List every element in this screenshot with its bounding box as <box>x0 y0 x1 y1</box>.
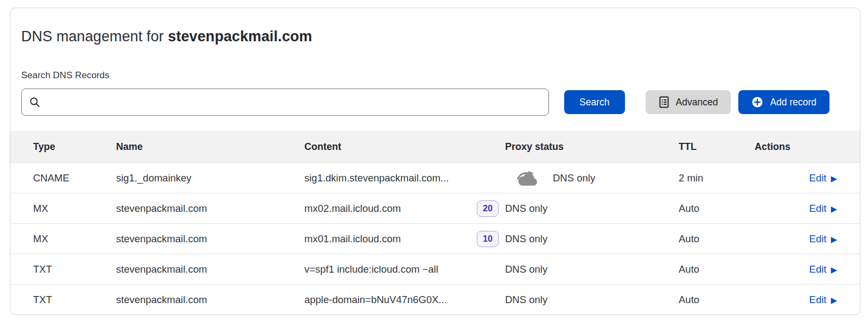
record-type: TXT <box>33 294 116 306</box>
table-body: CNAME sig1._domainkey sig1.dkim.stevenpa… <box>10 162 860 315</box>
record-ttl: Auto <box>679 263 755 275</box>
proxy-status: DNS only <box>505 203 547 215</box>
record-actions: Edit▶ <box>755 203 837 215</box>
search-label: Search DNS Records <box>21 70 849 82</box>
record-content-text: v=spf1 include:icloud.com ~all <box>304 263 438 275</box>
edit-arrow-icon: ▶ <box>831 235 837 243</box>
record-content: mx02.mail.icloud.com 20 <box>304 200 505 217</box>
edit-link[interactable]: Edit▶ <box>809 172 837 184</box>
header-type: Type <box>33 141 116 153</box>
proxy-status-cell: DNS only <box>505 203 679 215</box>
dns-management-card: DNS management for stevenpackmail.com Se… <box>10 8 860 315</box>
header-proxy-status: Proxy status <box>505 141 679 153</box>
edit-link[interactable]: Edit▶ <box>809 263 837 275</box>
table-row: TXT stevenpackmail.com v=spf1 include:ic… <box>10 254 860 284</box>
list-document-icon <box>659 96 669 108</box>
record-name: sig1._domainkey <box>116 172 304 184</box>
record-content-text: apple-domain=bNuV47n6G0X... <box>304 294 447 306</box>
edit-arrow-icon: ▶ <box>831 266 837 274</box>
add-record-button-label: Add record <box>770 97 816 108</box>
dns-records-table: Type Name Content Proxy status TTL Actio… <box>10 131 860 315</box>
search-button[interactable]: Search <box>564 90 624 114</box>
toolbar: Search Advanced <box>21 89 829 116</box>
record-name: stevenpackmail.com <box>116 294 304 306</box>
edit-label: Edit <box>809 172 827 184</box>
edit-link[interactable]: Edit▶ <box>809 203 837 215</box>
page-title: DNS management for stevenpackmail.com <box>10 8 860 46</box>
edit-label: Edit <box>809 203 827 215</box>
advanced-button-label: Advanced <box>676 97 718 108</box>
page-title-domain: stevenpackmail.com <box>168 28 312 45</box>
edit-link[interactable]: Edit▶ <box>809 233 837 245</box>
header-actions: Actions <box>755 141 837 153</box>
proxy-status-cell: DNS only <box>505 233 679 245</box>
record-content: apple-domain=bNuV47n6G0X... <box>304 294 505 306</box>
mx-priority-badge: 10 <box>477 231 499 247</box>
plus-circle-icon <box>751 96 763 108</box>
mx-priority-badge: 20 <box>477 200 499 217</box>
record-ttl: 2 min <box>679 172 755 184</box>
record-content-text: mx02.mail.icloud.com <box>304 203 401 215</box>
header-ttl: TTL <box>679 141 755 153</box>
edit-label: Edit <box>809 233 827 245</box>
record-name: stevenpackmail.com <box>116 203 304 215</box>
proxy-status: DNS only <box>505 294 547 306</box>
proxy-status: DNS only <box>505 233 547 245</box>
table-row: CNAME sig1._domainkey sig1.dkim.stevenpa… <box>10 162 860 193</box>
record-actions: Edit▶ <box>755 263 837 275</box>
edit-arrow-icon: ▶ <box>831 205 837 213</box>
dns-only-cloud-icon <box>515 169 541 187</box>
record-ttl: Auto <box>679 294 755 306</box>
search-input[interactable] <box>46 89 541 115</box>
proxy-status: DNS only <box>553 172 595 184</box>
record-content-text: sig1.dkim.stevenpackmail.com... <box>304 172 449 184</box>
record-actions: Edit▶ <box>755 233 837 245</box>
record-ttl: Auto <box>679 203 755 215</box>
edit-label: Edit <box>809 294 827 306</box>
record-ttl: Auto <box>679 233 755 245</box>
record-name: stevenpackmail.com <box>116 233 304 245</box>
header-content: Content <box>304 141 505 153</box>
advanced-button[interactable]: Advanced <box>646 90 731 114</box>
edit-arrow-icon: ▶ <box>831 174 837 183</box>
add-record-button[interactable]: Add record <box>738 90 829 114</box>
record-name: stevenpackmail.com <box>116 263 304 275</box>
record-actions: Edit▶ <box>755 172 837 184</box>
record-content: sig1.dkim.stevenpackmail.com... <box>304 172 505 184</box>
record-content-text: mx01.mail.icloud.com <box>304 233 401 245</box>
record-actions: Edit▶ <box>755 294 837 306</box>
edit-label: Edit <box>809 263 827 275</box>
table-row: TXT stevenpackmail.com apple-domain=bNuV… <box>10 284 860 315</box>
record-content: v=spf1 include:icloud.com ~all <box>304 263 505 275</box>
proxy-status-cell: DNS only <box>505 169 679 187</box>
page-title-prefix: DNS management for <box>21 28 168 45</box>
table-row: MX stevenpackmail.com mx01.mail.icloud.c… <box>10 223 860 254</box>
proxy-status-cell: DNS only <box>505 294 679 306</box>
edit-arrow-icon: ▶ <box>831 296 837 304</box>
header-name: Name <box>116 141 304 153</box>
proxy-status: DNS only <box>505 263 547 275</box>
table-header-row: Type Name Content Proxy status TTL Actio… <box>10 131 860 162</box>
edit-link[interactable]: Edit▶ <box>809 294 837 306</box>
table-row: MX stevenpackmail.com mx02.mail.icloud.c… <box>10 193 860 223</box>
record-type: TXT <box>33 263 116 275</box>
record-type: CNAME <box>33 172 116 184</box>
record-content: mx01.mail.icloud.com 10 <box>304 231 505 247</box>
proxy-status-cell: DNS only <box>505 263 679 275</box>
search-icon <box>29 97 40 108</box>
record-type: MX <box>33 233 116 245</box>
record-type: MX <box>33 203 116 215</box>
search-box[interactable] <box>21 89 549 116</box>
